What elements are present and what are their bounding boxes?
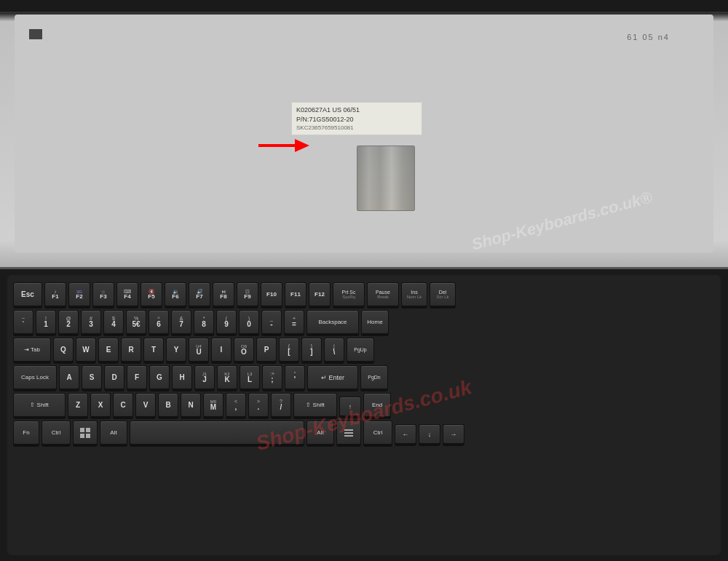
key-k[interactable]: K2K (217, 365, 237, 390)
key-v[interactable]: V (135, 393, 156, 418)
key-2[interactable]: @2 (58, 310, 79, 335)
key-f11[interactable]: F11 (285, 282, 306, 307)
key-minus[interactable]: _- (261, 310, 282, 335)
key-z[interactable]: Z (68, 393, 88, 418)
key-w[interactable]: W (76, 338, 96, 362)
key-q[interactable]: Q (53, 338, 74, 362)
key-ins[interactable]: InsNum Lk (401, 282, 427, 307)
key-arrow-up[interactable]: ↑ (339, 397, 361, 417)
key-h[interactable]: H (172, 365, 192, 390)
key-pause[interactable]: PauseBreak (367, 282, 399, 307)
key-arrow-right[interactable]: → (443, 424, 464, 445)
key-7[interactable]: &7 (171, 310, 191, 335)
key-r[interactable]: R (121, 338, 141, 362)
key-b[interactable]: B (158, 393, 178, 418)
key-8[interactable]: *8 (194, 310, 214, 335)
key-arrow-down[interactable]: ↓ (419, 424, 440, 445)
key-alt-right[interactable]: Alt (306, 421, 334, 445)
key-u[interactable]: U4U (189, 338, 209, 362)
key-m[interactable]: M0M (203, 393, 223, 418)
key-space[interactable] (130, 421, 304, 445)
key-esc[interactable]: Esc (13, 282, 42, 307)
key-alt-left[interactable]: Alt (100, 421, 127, 445)
key-shift-right[interactable]: ⇧ Shift (293, 393, 337, 418)
key-d[interactable]: D (104, 365, 124, 390)
key-0[interactable]: )0 (239, 310, 259, 335)
key-f2[interactable]: 3GF2 (68, 282, 90, 307)
key-f5[interactable]: 🔇F5 (141, 282, 162, 307)
key-pgup[interactable]: PgUp (347, 338, 374, 362)
svg-rect-8 (344, 435, 353, 437)
key-f4[interactable]: ⌨F4 (116, 282, 138, 307)
key-slash[interactable]: ?/ (271, 393, 291, 418)
key-enter[interactable]: ↵ Enter (307, 365, 358, 390)
key-home[interactable]: Home (361, 310, 389, 335)
key-fn[interactable]: Fn (13, 421, 39, 445)
key-y[interactable]: Y (166, 338, 186, 362)
row-qwerty: ⇥ Tab Q W E R T Y U4U I O6O P {[ }] |\ P… (13, 338, 715, 362)
row-asdf: Caps Lock A S D F G H J1J K2K L3L :+; "'… (13, 365, 715, 390)
key-comma[interactable]: <, (226, 393, 246, 418)
key-shift-left[interactable]: ⇧ Shift (13, 393, 66, 418)
key-1[interactable]: !1 (36, 310, 56, 335)
svg-rect-5 (86, 434, 90, 438)
key-t[interactable]: T (143, 338, 164, 362)
key-tab[interactable]: ⇥ Tab (13, 338, 51, 362)
key-semicolon[interactable]: :+; (262, 365, 282, 390)
key-j[interactable]: J1J (194, 365, 215, 390)
key-4[interactable]: $4 (103, 310, 124, 335)
key-i[interactable]: I (211, 338, 232, 362)
key-rbracket[interactable]: }] (301, 338, 322, 362)
red-arrow-indicator (255, 135, 313, 156)
key-f8[interactable]: ⏯F8 (213, 282, 234, 307)
key-f10[interactable]: F10 (261, 282, 282, 307)
key-f3[interactable]: ☼F3 (92, 282, 114, 307)
row-zxcv: ⇧ Shift Z X C V B N M0M <, >. ?/ ⇧ Shift… (13, 393, 715, 418)
key-arrow-left[interactable]: ← (395, 424, 416, 445)
key-caps-lock[interactable]: Caps Lock (13, 365, 57, 390)
key-a[interactable]: A (59, 365, 79, 390)
key-f9[interactable]: ⊡F9 (237, 282, 258, 307)
key-3[interactable]: #3 (81, 310, 101, 335)
key-9[interactable]: (9 (216, 310, 237, 335)
key-quote[interactable]: "' (285, 365, 305, 390)
key-menu[interactable] (336, 421, 361, 445)
key-6[interactable]: ^6 (149, 310, 169, 335)
key-f6[interactable]: 🔉F6 (165, 282, 186, 307)
key-backspace[interactable]: Backspace (306, 310, 359, 335)
key-del[interactable]: DelScr Lk (430, 282, 456, 307)
key-period[interactable]: >. (248, 393, 269, 418)
key-end[interactable]: End (363, 393, 391, 418)
key-f[interactable]: F (127, 365, 147, 390)
key-f7[interactable]: 🔊F7 (189, 282, 210, 307)
key-s[interactable]: S (82, 365, 102, 390)
key-g[interactable]: G (149, 365, 170, 390)
svg-rect-2 (80, 428, 84, 432)
key-ctrl-left[interactable]: Ctrl (41, 421, 71, 445)
page-container: K020627A1 US 06/51 P/N:71GS50012-20 SKC2… (0, 0, 728, 561)
key-backtick[interactable]: ~` (13, 310, 33, 335)
key-n[interactable]: N (181, 393, 201, 418)
key-pgdn[interactable]: PgDn (360, 365, 388, 390)
key-p[interactable]: P (256, 338, 277, 362)
key-f1[interactable]: ♪F1 (44, 282, 66, 307)
key-x[interactable]: X (90, 393, 111, 418)
key-f12[interactable]: F12 (309, 282, 331, 307)
key-prtsc[interactable]: Prt ScSysRq (333, 282, 365, 307)
key-o[interactable]: O6O (234, 338, 254, 362)
svg-rect-4 (80, 434, 84, 438)
row-fn: Esc ♪F1 3GF2 ☼F3 ⌨F4 🔇F5 🔉F6 🔊F7 ⏯F8 ⊡F9… (13, 282, 715, 307)
key-e[interactable]: E (98, 338, 119, 362)
key-ctrl-right[interactable]: Ctrl (363, 421, 392, 445)
svg-rect-6 (344, 429, 353, 431)
key-l[interactable]: L3L (240, 365, 260, 390)
key-5[interactable]: %5€ (126, 310, 146, 335)
svg-marker-1 (295, 139, 309, 152)
key-lbracket[interactable]: {[ (279, 338, 299, 362)
key-c[interactable]: C (113, 393, 133, 418)
ribbon-connector (357, 146, 415, 211)
key-equals[interactable]: += (284, 310, 304, 335)
key-backslash[interactable]: |\ (324, 338, 344, 362)
key-win[interactable] (73, 421, 98, 445)
svg-rect-7 (344, 432, 353, 434)
